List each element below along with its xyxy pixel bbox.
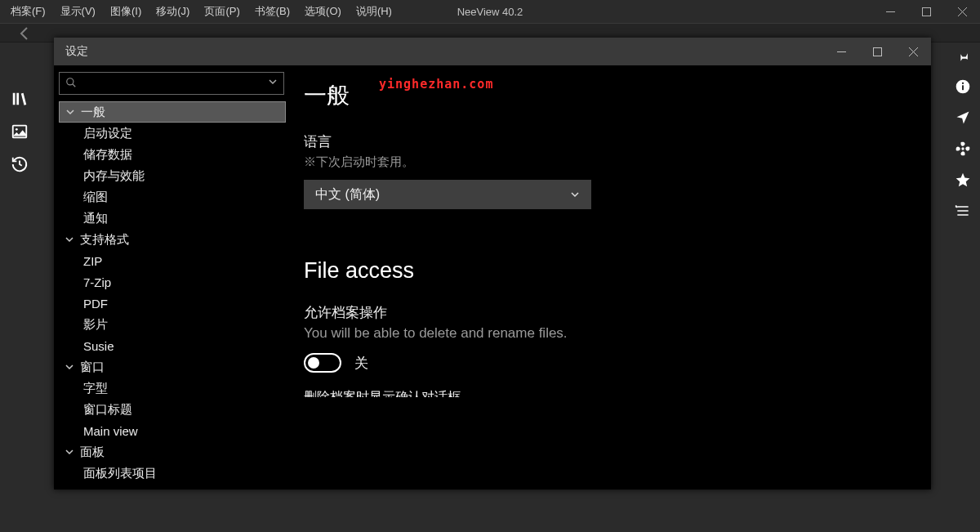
main-window-controls	[872, 0, 980, 23]
svg-point-5	[16, 128, 18, 131]
tree-item-label: PDF	[83, 297, 108, 311]
settings-content: yinghezhan.com 一般 语言 ※下次启动时套用。 中文 (简体) F…	[289, 65, 931, 490]
chevron-down-icon	[66, 108, 78, 116]
menu-move[interactable]: 移动(J)	[149, 1, 197, 22]
search-input[interactable]	[59, 72, 284, 95]
tree-item[interactable]: ZIP	[59, 250, 286, 271]
tree-item-label: 影片	[83, 317, 108, 333]
tree-item[interactable]: 面板列表项目	[59, 463, 286, 484]
settings-tree: 一般启动设定储存数据内存与效能缩图通知支持格式ZIP7-ZipPDF影片Susi…	[59, 101, 289, 490]
toggle-knob	[308, 357, 319, 369]
tree-item[interactable]: 内存与效能	[59, 165, 286, 186]
tree-item[interactable]: 缩图	[59, 186, 286, 208]
fileop-toggle-row: 关	[304, 353, 910, 373]
settings-sidebar: 一般启动设定储存数据内存与效能缩图通知支持格式ZIP7-ZipPDF影片Susi…	[54, 65, 289, 490]
tree-item-label: 7-Zip	[83, 275, 111, 289]
chevron-down-icon	[570, 190, 580, 199]
svg-point-9	[961, 147, 964, 150]
watermark-text: yinghezhan.com	[379, 77, 493, 92]
dialog-title: 设定	[65, 44, 88, 59]
svg-line-15	[73, 84, 76, 87]
list-icon[interactable]	[955, 203, 971, 219]
fileop-toggle-state: 关	[354, 354, 368, 373]
main-maximize-button[interactable]	[908, 0, 944, 23]
delete-confirm-label: 删除档案时显示确认对话框	[304, 389, 910, 397]
svg-rect-7	[962, 85, 964, 90]
tree-item-label: 内存与效能	[83, 168, 145, 184]
app-title: NeeView 40.2	[457, 6, 523, 18]
dialog-window-controls	[823, 38, 931, 65]
tree-item[interactable]: 一般	[59, 101, 286, 123]
tree-item[interactable]: 储存数据	[59, 144, 286, 165]
language-value: 中文 (简体)	[315, 186, 380, 203]
fan-icon[interactable]	[955, 141, 971, 157]
search-icon	[65, 77, 77, 88]
main-close-button[interactable]	[944, 0, 980, 23]
tree-item-label: 通知	[83, 211, 108, 226]
chevron-down-icon[interactable]	[268, 77, 278, 87]
tree-item-label: Main view	[83, 424, 138, 438]
chevron-down-icon	[65, 235, 77, 244]
dialog-titlebar: 设定	[54, 38, 931, 65]
main-menubar: 档案(F) 显示(V) 图像(I) 移动(J) 页面(P) 书签(B) 选项(O…	[0, 0, 980, 23]
svg-point-14	[67, 78, 74, 85]
language-label: 语言	[304, 132, 910, 151]
tree-item-label: 缩图	[83, 190, 108, 205]
settings-dialog: 设定 一般启动设定储存数据内存与效能缩图通知支持格式ZIP7-ZipPDF影片S…	[54, 38, 931, 490]
chevron-down-icon	[65, 363, 77, 371]
tree-item[interactable]: 7-Zip	[59, 271, 286, 293]
tree-item-label: 储存数据	[83, 147, 132, 163]
fileop-label: 允许档案操作	[304, 303, 910, 322]
tree-item-label: 启动设定	[83, 126, 132, 141]
dialog-close-button[interactable]	[895, 38, 931, 65]
tree-item[interactable]: 面板	[59, 441, 286, 463]
language-hint: ※下次启动时套用。	[304, 154, 910, 170]
tree-item[interactable]: 窗口	[59, 356, 286, 378]
tree-item[interactable]: 字型	[59, 378, 286, 399]
fileop-toggle[interactable]	[304, 353, 341, 373]
language-select[interactable]: 中文 (简体)	[304, 180, 591, 209]
menu-file[interactable]: 档案(F)	[3, 1, 53, 22]
dialog-maximize-button[interactable]	[859, 38, 895, 65]
menu-view[interactable]: 显示(V)	[53, 1, 103, 22]
navigate-icon[interactable]	[955, 110, 971, 126]
tree-item-label: 面板	[80, 445, 105, 460]
menu-options[interactable]: 选项(O)	[297, 1, 349, 22]
tree-item[interactable]: 支持格式	[59, 229, 286, 250]
chevron-down-icon	[65, 448, 77, 456]
menu-page[interactable]: 页面(P)	[197, 1, 247, 22]
info-icon[interactable]	[955, 78, 971, 95]
main-minimize-button[interactable]	[872, 0, 908, 23]
tree-item-label: 支持格式	[80, 232, 129, 248]
tree-item-label: 窗口	[80, 360, 105, 375]
tree-item[interactable]: 影片	[59, 314, 286, 335]
back-arrow-icon[interactable]	[16, 25, 33, 42]
tree-item[interactable]: Susie	[59, 335, 286, 356]
pin-icon[interactable]	[956, 49, 970, 64]
svg-point-8	[962, 83, 964, 84]
tree-item[interactable]: 通知	[59, 208, 286, 229]
tree-item[interactable]: 窗口标题	[59, 399, 286, 420]
books-icon[interactable]	[11, 90, 29, 108]
right-icon-rail	[946, 44, 980, 219]
image-icon[interactable]	[11, 123, 29, 141]
tree-item-label: ZIP	[83, 254, 102, 268]
section-heading-file-access: File access	[304, 258, 910, 284]
menu-bookmark[interactable]: 书签(B)	[247, 1, 297, 22]
tree-item[interactable]: 启动设定	[59, 123, 286, 144]
tree-item-label: Susie	[83, 339, 114, 353]
search-wrap	[59, 72, 284, 95]
tree-item-label: 字型	[83, 381, 108, 396]
menu-help[interactable]: 说明(H)	[349, 1, 399, 22]
history-icon[interactable]	[11, 155, 29, 173]
fileop-description: You will be able to delete and rename fi…	[304, 325, 910, 342]
star-icon[interactable]	[955, 172, 971, 188]
left-icon-rail	[0, 90, 39, 173]
menu-image[interactable]: 图像(I)	[103, 1, 149, 22]
tree-item[interactable]: PDF	[59, 293, 286, 314]
svg-rect-1	[922, 7, 930, 16]
dialog-minimize-button[interactable]	[823, 38, 859, 65]
svg-rect-11	[873, 47, 881, 56]
tree-item[interactable]: Main view	[59, 420, 286, 441]
tree-item-label: 窗口标题	[83, 402, 132, 418]
